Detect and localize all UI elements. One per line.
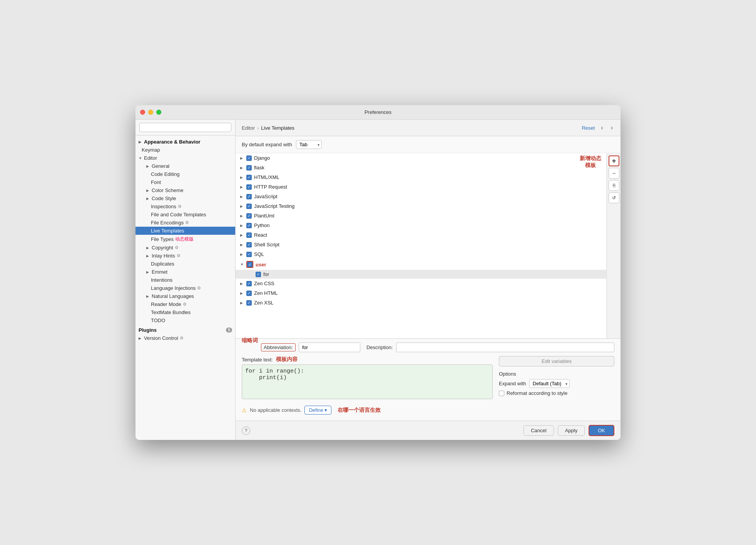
sidebar-item-appearance[interactable]: ▶ Appearance & Behavior — [135, 138, 235, 146]
sidebar: 🔍 ▶ Appearance & Behavior Keymap ▼ Edito… — [135, 120, 236, 440]
checkbox-user[interactable]: ✓ — [247, 262, 253, 267]
checkbox-flask[interactable]: ✓ — [246, 165, 252, 171]
checkbox-http-request[interactable]: ✓ — [246, 184, 252, 190]
template-group-shell-script[interactable]: ▶ ✓ Shell Script — [236, 240, 606, 249]
forward-button[interactable]: › — [609, 124, 614, 132]
description-group: Description: — [366, 343, 614, 352]
checkbox-sql[interactable]: ✓ — [246, 252, 252, 257]
checkbox-html-xml[interactable]: ✓ — [246, 175, 252, 180]
sidebar-item-duplicates[interactable]: Duplicates — [135, 260, 235, 268]
sidebar-item-file-code-templates[interactable]: File and Code Templates — [135, 211, 235, 219]
sidebar-item-todo[interactable]: TODO — [135, 316, 235, 324]
sidebar-item-inspections[interactable]: Inspections ⚙ — [135, 202, 235, 211]
sidebar-item-textmate-bundles[interactable]: TextMate Bundles — [135, 308, 235, 316]
template-group-flask[interactable]: ▶ ✓ flask — [236, 163, 606, 172]
expand-icon: ▶ — [240, 233, 244, 237]
checkbox-react[interactable]: ✓ — [246, 232, 252, 238]
template-group-zen-html[interactable]: ▶ ✓ Zen HTML — [236, 288, 606, 298]
back-button[interactable]: ‹ — [599, 124, 604, 132]
sidebar-item-code-editing[interactable]: Code Editing — [135, 170, 235, 178]
close-button[interactable] — [140, 110, 145, 115]
expand-with-select[interactable]: Tab Enter Space — [296, 140, 322, 149]
sidebar-item-emmet[interactable]: ▶ Emmet — [135, 268, 235, 276]
checkbox-zen-xsl[interactable]: ✓ — [246, 300, 252, 306]
search-input[interactable] — [139, 123, 231, 132]
sidebar-label: TODO — [151, 318, 165, 323]
template-group-javascript-testing[interactable]: ▶ ✓ JavaScript Testing — [236, 201, 606, 211]
reformat-checkbox[interactable] — [499, 391, 504, 396]
checkbox-zen-html[interactable]: ✓ — [246, 291, 252, 296]
sidebar-item-plugins[interactable]: Plugins 5 — [135, 326, 235, 334]
sidebar-item-code-style[interactable]: ▶ Code Style — [135, 194, 235, 202]
checkbox-plantuml[interactable]: ✓ — [246, 213, 252, 219]
expand-with-select2[interactable]: Default (Tab) Tab Enter Space — [529, 379, 570, 388]
sidebar-item-live-templates[interactable]: Live Templates — [135, 227, 235, 235]
search-wrapper: 🔍 — [139, 123, 231, 132]
settings-icon: ⚙ — [175, 245, 179, 250]
add-template-button[interactable]: + — [609, 155, 619, 166]
sidebar-item-version-control[interactable]: ▶ Version Control ⚙ — [135, 334, 235, 342]
expand-with-select-wrapper: Tab Enter Space ▾ — [296, 140, 322, 149]
expand-icon: ▶ — [240, 195, 244, 199]
sidebar-item-font[interactable]: Font — [135, 178, 235, 186]
remove-template-button[interactable]: − — [609, 168, 619, 179]
minimize-button[interactable] — [148, 110, 153, 115]
sidebar-item-file-types[interactable]: File Types 动态模版 — [135, 235, 235, 244]
ok-button[interactable]: OK — [589, 425, 614, 436]
template-group-html-xml[interactable]: ▶ ✓ HTML/XML — [236, 172, 606, 182]
checkbox-javascript-testing[interactable]: ✓ — [246, 204, 252, 209]
sidebar-item-color-scheme[interactable]: ▶ Color Scheme — [135, 186, 235, 194]
copy-template-button[interactable]: ⎘ — [609, 180, 619, 191]
sidebar-label: Emmet — [152, 269, 167, 275]
sidebar-item-intentions[interactable]: Intentions — [135, 276, 235, 284]
maximize-button[interactable] — [156, 110, 161, 115]
sidebar-label: Color Scheme — [152, 187, 183, 193]
apply-button[interactable]: Apply — [558, 425, 585, 436]
expand-icon: ▶ — [146, 254, 150, 258]
template-group-sql[interactable]: ▶ ✓ SQL — [236, 249, 606, 259]
sidebar-item-inlay-hints[interactable]: ▶ Inlay Hints ⚙ — [135, 252, 235, 260]
sidebar-item-file-encodings[interactable]: File Encodings ⚙ — [135, 219, 235, 227]
template-group-javascript[interactable]: ▶ ✓ JavaScript — [236, 192, 606, 201]
expand-icon: ▶ — [139, 336, 142, 340]
cancel-button[interactable]: Cancel — [524, 425, 554, 436]
user-group-header[interactable]: ▼ ✓ user — [236, 259, 606, 270]
sidebar-label: File Encodings — [151, 220, 184, 226]
template-group-zen-xsl[interactable]: ▶ ✓ Zen XSL — [236, 298, 606, 308]
checkbox-zen-css[interactable]: ✓ — [246, 281, 252, 286]
right-header: Editor › Live Templates Reset ‹ › — [236, 120, 621, 136]
sidebar-item-language-injections[interactable]: Language Injections ⚙ — [135, 284, 235, 292]
expand-icon: ▶ — [146, 197, 150, 201]
undo-template-button[interactable]: ↺ — [609, 192, 619, 203]
template-group-http-request[interactable]: ▶ ✓ HTTP Request — [236, 182, 606, 192]
description-input[interactable] — [396, 343, 614, 352]
checkbox-python[interactable]: ✓ — [246, 223, 252, 228]
template-group-react[interactable]: ▶ ✓ React — [236, 230, 606, 240]
checkbox-for[interactable]: ✓ — [256, 272, 261, 277]
checkbox-django[interactable]: ✓ — [246, 155, 252, 161]
define-button[interactable]: Define ▾ — [304, 406, 331, 415]
sidebar-item-general[interactable]: ▶ General — [135, 162, 235, 170]
checkbox-shell-script[interactable]: ✓ — [246, 242, 252, 247]
help-button[interactable]: ? — [242, 426, 250, 435]
template-group-python[interactable]: ▶ ✓ Python — [236, 221, 606, 230]
checkbox-javascript[interactable]: ✓ — [246, 194, 252, 199]
template-group-django[interactable]: ▶ ✓ Django — [236, 153, 606, 163]
breadcrumb-parent: Editor — [242, 125, 255, 131]
sidebar-label: Plugins — [139, 327, 157, 333]
abbreviation-input[interactable] — [299, 343, 360, 352]
sidebar-item-keymap[interactable]: Keymap — [135, 146, 235, 154]
footer: ? Cancel Apply OK — [236, 421, 621, 440]
expand-icon: ▶ — [146, 189, 150, 192]
sidebar-item-natural-languages[interactable]: ▶ Natural Languages — [135, 292, 235, 300]
right-panel: Editor › Live Templates Reset ‹ › By def… — [236, 120, 621, 440]
sidebar-item-copyright[interactable]: ▶ Copyright ⚙ — [135, 244, 235, 252]
user-checkbox-wrapper: ✓ — [246, 261, 253, 268]
reset-button[interactable]: Reset — [582, 125, 595, 131]
template-item-for[interactable]: ✓ for — [236, 270, 606, 279]
sidebar-item-reader-mode[interactable]: Reader Mode ⚙ — [135, 300, 235, 308]
template-group-plantuml[interactable]: ▶ ✓ PlantUml — [236, 211, 606, 221]
template-code-textarea[interactable]: for i in range(): print(i) — [242, 364, 493, 399]
template-group-zen-css[interactable]: ▶ ✓ Zen CSS — [236, 279, 606, 288]
sidebar-item-editor[interactable]: ▼ Editor — [135, 154, 235, 162]
